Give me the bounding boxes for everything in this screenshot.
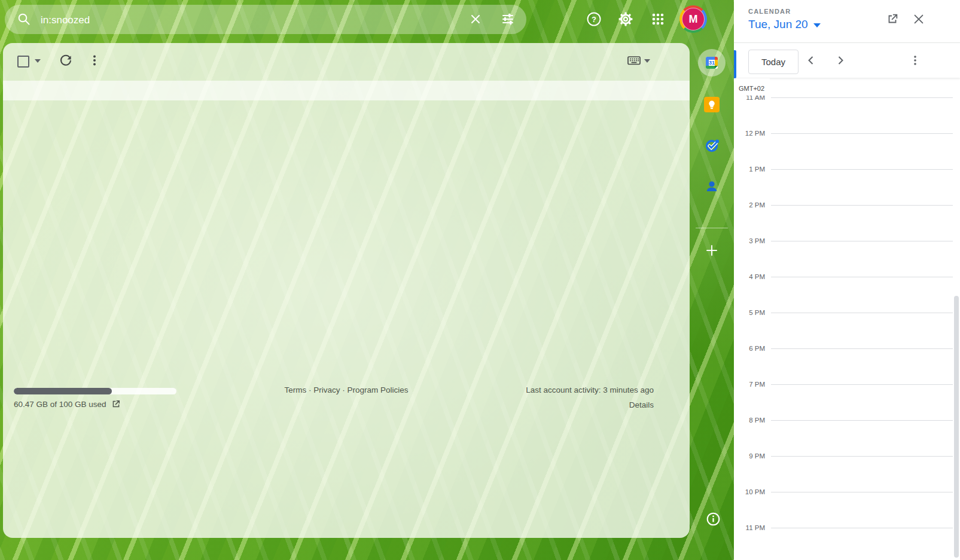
search-options-icon[interactable] (501, 12, 515, 26)
previous-day-chevron-icon[interactable] (804, 53, 818, 68)
footer-separator: · (342, 385, 345, 394)
keep-app-icon[interactable] (704, 97, 720, 112)
hour-gridline (771, 169, 953, 170)
hour-label: 8 PM (734, 415, 765, 425)
google-apps-grid-icon[interactable] (650, 11, 666, 27)
details-link[interactable]: Details (629, 400, 654, 409)
storage-used-label: 60.47 GB of 100 GB used (14, 400, 106, 409)
hour-label: 2 PM (734, 200, 765, 210)
calendar-side-panel: CALENDAR Tue, Jun 20 Today 11 AM12 PM1 P… (734, 0, 960, 560)
mail-list-panel: 60.47 GB of 100 GB used Terms · Privacy … (3, 43, 690, 538)
close-panel-icon[interactable] (912, 13, 925, 26)
hour-gridline (771, 277, 953, 277)
open-in-new-icon[interactable] (885, 12, 900, 26)
hour-label: 5 PM (734, 308, 765, 317)
calendar-panel-title: CALENDAR (748, 8, 791, 15)
search-input[interactable] (39, 5, 425, 35)
get-add-ons-plus-icon[interactable] (705, 243, 719, 258)
hour-label: 12 PM (734, 128, 765, 138)
hour-label: 7 PM (734, 380, 765, 389)
svg-text:?: ? (592, 15, 596, 24)
terms-link[interactable]: Terms (284, 385, 306, 394)
calendar-date-selector[interactable]: Tue, Jun 20 (748, 18, 821, 31)
timezone-label: GMT+02 (739, 85, 764, 92)
calendar-app-icon[interactable]: 31 (705, 56, 719, 70)
account-avatar[interactable]: M (679, 5, 707, 33)
storage-external-link-icon[interactable] (111, 399, 121, 409)
hour-gridline (771, 241, 953, 241)
select-dropdown-icon[interactable] (35, 59, 41, 63)
clear-search-icon[interactable] (468, 12, 483, 26)
footer-separator: · (309, 385, 312, 394)
active-app-indicator (734, 50, 736, 78)
hour-gridline (771, 313, 953, 313)
last-account-activity: Last account activity: 3 minutes ago (526, 385, 654, 394)
hour-label: 4 PM (734, 272, 765, 281)
hour-label: 3 PM (734, 236, 765, 246)
hour-label: 10 PM (734, 487, 765, 497)
date-dropdown-icon (813, 23, 821, 27)
empty-message-row (3, 81, 690, 100)
input-tools-dropdown-icon[interactable] (644, 59, 650, 63)
refresh-icon[interactable] (59, 53, 73, 68)
hour-gridline (771, 133, 953, 134)
hour-gridline (771, 420, 953, 421)
calendar-toolbar: Today (734, 43, 960, 78)
svg-text:31: 31 (709, 60, 715, 66)
hour-label: 1 PM (734, 164, 765, 174)
side-panel-divider (696, 228, 728, 228)
search-icon[interactable] (17, 12, 31, 26)
calendar-date-label: Tue, Jun 20 (748, 18, 808, 31)
side-panel-info-icon[interactable] (706, 512, 721, 527)
help-icon[interactable]: ? (586, 11, 602, 27)
avatar-initial: M (682, 8, 705, 30)
contacts-app-icon[interactable] (705, 179, 719, 194)
more-options-icon[interactable] (87, 53, 102, 68)
select-all-checkbox[interactable] (17, 56, 29, 68)
hour-gridline (771, 97, 953, 98)
hour-label: 11 PM (734, 523, 765, 533)
hour-gridline (771, 384, 953, 385)
calendar-scrollbar-thumb[interactable] (954, 296, 959, 558)
search-bar[interactable] (5, 5, 526, 34)
settings-gear-icon[interactable] (617, 11, 634, 27)
calendar-more-options-icon[interactable] (908, 53, 922, 68)
privacy-link[interactable]: Privacy (313, 385, 340, 394)
program-policies-link[interactable]: Program Policies (348, 385, 409, 394)
hour-gridline (771, 348, 953, 349)
input-tools-keyboard-icon[interactable] (626, 53, 642, 68)
hour-gridline (771, 528, 953, 528)
hour-gridline (771, 205, 953, 206)
timezone-mask: GMT+02 (734, 78, 770, 96)
hour-label: 6 PM (734, 344, 765, 353)
tasks-app-icon[interactable] (705, 138, 720, 153)
hour-gridline (771, 492, 953, 492)
hour-label: 9 PM (734, 451, 765, 461)
hour-gridline (771, 456, 953, 457)
calendar-grid: 11 AM12 PM1 PM2 PM3 PM4 PM5 PM6 PM7 PM8 … (734, 78, 960, 560)
today-button[interactable]: Today (748, 50, 799, 74)
next-day-chevron-icon[interactable] (833, 53, 848, 68)
